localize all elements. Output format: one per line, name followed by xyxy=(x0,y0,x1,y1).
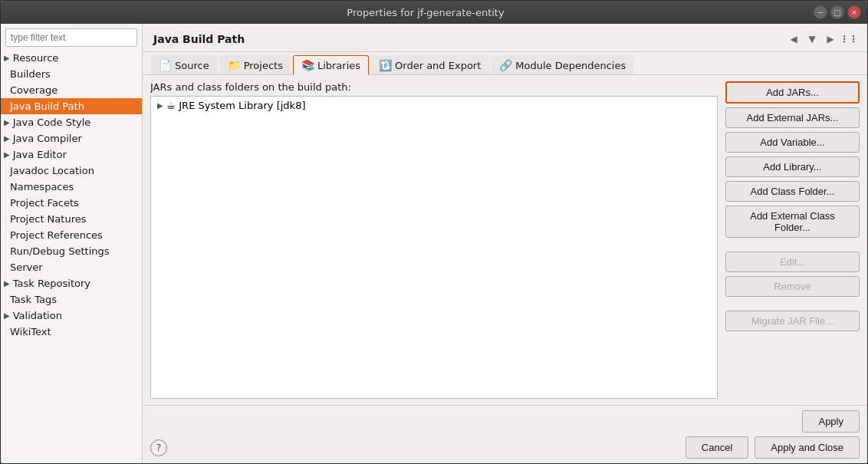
edit-button: Edit... xyxy=(725,252,860,272)
sidebar-item-label-task-repository: Task Repository xyxy=(13,278,90,289)
expand-arrow-java-editor: ▶ xyxy=(4,150,10,159)
sidebar-item-label-wikitext: WikiText xyxy=(10,326,51,337)
tree-container[interactable]: ▶☕JRE System Library [jdk8] xyxy=(150,96,718,399)
tab-order-export[interactable]: 🔃Order and Export xyxy=(370,55,489,74)
titlebar: Properties for jf-generate-entity ─ □ ✕ xyxy=(1,1,867,24)
tab-label-module-dependencies: Module Dependencies xyxy=(515,60,626,71)
button-spacer xyxy=(725,301,860,307)
tree-expand-arrow: ▶ xyxy=(157,101,163,110)
sidebar-item-label-javadoc-location: Javadoc Location xyxy=(10,165,94,176)
main-window: Properties for jf-generate-entity ─ □ ✕ … xyxy=(0,0,868,464)
tab-label-projects: Projects xyxy=(244,60,283,71)
buttons-panel: Add JARs...Add External JARs...Add Varia… xyxy=(725,81,860,399)
sidebar-item-project-natures[interactable]: Project Natures xyxy=(1,211,142,227)
expand-arrow-java-code-style: ▶ xyxy=(4,118,10,127)
sidebar-item-label-project-references: Project References xyxy=(10,229,103,241)
header-icons: ◀ ▼ ▶ ⋮⋮ xyxy=(786,31,856,47)
sidebar-item-label-builders: Builders xyxy=(10,68,51,80)
tab-projects[interactable]: 📁Projects xyxy=(219,55,291,74)
forward-dropdown[interactable]: ▼ xyxy=(804,31,820,47)
sidebar-item-builders[interactable]: Builders xyxy=(1,66,142,82)
build-path-section: JARs and class folders on the build path… xyxy=(150,81,718,399)
sidebar-item-project-facets[interactable]: Project Facets xyxy=(1,195,142,211)
sidebar-item-namespaces[interactable]: Namespaces xyxy=(1,179,142,195)
expand-arrow-validation: ▶ xyxy=(4,311,10,320)
sidebar-item-label-project-facets: Project Facets xyxy=(10,197,79,209)
add-jars-button[interactable]: Add JARs... xyxy=(725,81,860,104)
build-path-label: JARs and class folders on the build path… xyxy=(150,81,718,93)
content-title: Java Build Path xyxy=(153,33,245,45)
add-class-folder-button[interactable]: Add Class Folder... xyxy=(725,181,860,202)
back-button[interactable]: ◀ xyxy=(786,31,801,47)
remove-button: Remove xyxy=(725,276,860,297)
expand-arrow-java-compiler: ▶ xyxy=(4,134,10,143)
expand-arrow-resource: ▶ xyxy=(4,54,10,62)
sidebar-item-wikitext[interactable]: WikiText xyxy=(1,324,142,340)
close-button[interactable]: ✕ xyxy=(847,5,861,19)
tab-libraries[interactable]: 📚Libraries xyxy=(293,55,369,75)
sidebar: ▶ResourceBuildersCoverageJava Build Path… xyxy=(1,24,143,463)
sidebar-item-label-resource: Resource xyxy=(13,52,59,64)
add-external-jars-button[interactable]: Add External JARs... xyxy=(725,107,860,128)
sidebar-item-coverage[interactable]: Coverage xyxy=(1,82,142,98)
tree-item-icon: ☕ xyxy=(166,99,176,111)
sidebar-item-server[interactable]: Server xyxy=(1,259,142,275)
sidebar-item-label-java-editor: Java Editor xyxy=(13,149,67,160)
sidebar-item-project-references[interactable]: Project References xyxy=(1,227,142,243)
migrate-jar-button: Migrate JAR File... xyxy=(725,311,860,331)
sidebar-item-label-task-tags: Task Tags xyxy=(10,294,57,305)
help-section: ? xyxy=(150,439,167,456)
tab-icon-module-dependencies: 🔗 xyxy=(499,59,512,71)
sidebar-item-validation[interactable]: ▶Validation xyxy=(1,308,142,324)
tab-icon-libraries: 📚 xyxy=(301,59,314,71)
sidebar-item-label-validation: Validation xyxy=(13,310,62,321)
add-library-button[interactable]: Add Library... xyxy=(725,156,860,177)
tab-module-dependencies[interactable]: 🔗Module Dependencies xyxy=(491,55,634,74)
sidebar-item-label-namespaces: Namespaces xyxy=(10,181,74,193)
button-spacer xyxy=(725,242,860,248)
tab-source[interactable]: 📄Source xyxy=(150,55,218,74)
add-variable-button[interactable]: Add Variable... xyxy=(725,132,860,153)
sidebar-item-label-coverage: Coverage xyxy=(10,84,58,96)
sidebar-item-label-java-code-style: Java Code Style xyxy=(13,117,91,128)
sidebar-item-java-compiler[interactable]: ▶Java Compiler xyxy=(1,130,142,146)
window-title: Properties for jf-generate-entity xyxy=(38,7,814,18)
tree-item[interactable]: ▶☕JRE System Library [jdk8] xyxy=(151,97,717,114)
help-button[interactable]: ? xyxy=(150,439,167,456)
tab-label-libraries: Libraries xyxy=(317,60,360,71)
content-header: Java Build Path ◀ ▼ ▶ ⋮⋮ xyxy=(143,24,867,52)
minimize-button[interactable]: ─ xyxy=(814,5,827,19)
bottom-buttons-row: ? Cancel Apply and Close xyxy=(150,436,860,459)
sidebar-item-task-repository[interactable]: ▶Task Repository xyxy=(1,275,142,291)
sidebar-item-resource[interactable]: ▶Resource xyxy=(1,50,142,66)
apply-close-button[interactable]: Apply and Close xyxy=(755,436,860,459)
sidebar-item-label-java-build-path: Java Build Path xyxy=(10,100,84,112)
filter-input[interactable] xyxy=(5,28,137,47)
more-options[interactable]: ⋮⋮ xyxy=(841,31,856,47)
sidebar-item-task-tags[interactable]: Task Tags xyxy=(1,291,142,308)
sidebar-item-label-server: Server xyxy=(10,262,43,273)
expand-arrow-task-repository: ▶ xyxy=(4,279,10,288)
apply-button[interactable]: Apply xyxy=(802,410,860,433)
sidebar-item-label-java-compiler: Java Compiler xyxy=(13,133,82,144)
libraries-panel: JARs and class folders on the build path… xyxy=(143,75,867,405)
cancel-button[interactable]: Cancel xyxy=(686,436,748,459)
tab-icon-projects: 📁 xyxy=(228,59,241,71)
add-external-class-folder-button[interactable]: Add External Class Folder... xyxy=(725,206,860,238)
sidebar-item-label-run-debug-settings: Run/Debug Settings xyxy=(10,245,110,257)
footer: Apply ? Cancel Apply and Close xyxy=(143,405,867,463)
sidebar-item-java-build-path[interactable]: Java Build Path xyxy=(1,98,142,114)
tabs-bar: 📄Source📁Projects📚Libraries🔃Order and Exp… xyxy=(143,52,867,75)
sidebar-item-label-project-natures: Project Natures xyxy=(10,213,86,225)
sidebar-item-javadoc-location[interactable]: Javadoc Location xyxy=(1,163,142,179)
forward-button[interactable]: ▶ xyxy=(823,31,838,47)
apply-row: Apply xyxy=(150,410,860,433)
sidebar-item-java-editor[interactable]: ▶Java Editor xyxy=(1,146,142,163)
sidebar-item-run-debug-settings[interactable]: Run/Debug Settings xyxy=(1,243,142,259)
maximize-button[interactable]: □ xyxy=(830,5,844,19)
tab-label-source: Source xyxy=(175,60,209,71)
tab-label-order-export: Order and Export xyxy=(395,60,481,71)
tab-icon-source: 📄 xyxy=(159,59,172,71)
content-area: Java Build Path ◀ ▼ ▶ ⋮⋮ 📄Source📁Project… xyxy=(143,24,867,463)
sidebar-item-java-code-style[interactable]: ▶Java Code Style xyxy=(1,114,142,130)
